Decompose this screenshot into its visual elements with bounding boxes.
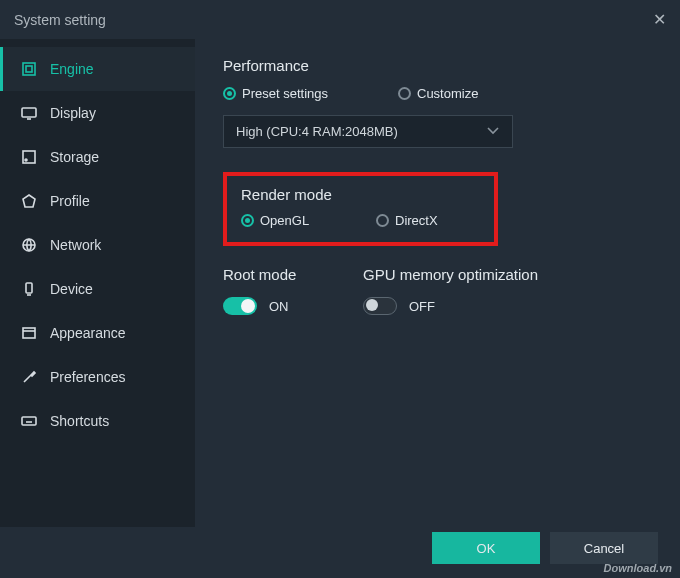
content-panel: Performance Preset settings Customize Hi… [195, 39, 680, 527]
sidebar-item-label: Display [50, 105, 96, 121]
storage-icon [20, 149, 38, 165]
radio-icon [398, 87, 411, 100]
sidebar-item-network[interactable]: Network [0, 223, 195, 267]
footer-buttons: OK Cancel [432, 532, 658, 564]
watermark: Download.vn [604, 562, 672, 574]
sidebar-item-label: Storage [50, 149, 99, 165]
performance-title: Performance [223, 57, 652, 74]
ok-button[interactable]: OK [432, 532, 540, 564]
display-icon [20, 105, 38, 121]
preferences-icon [20, 369, 38, 385]
profile-icon [20, 193, 38, 209]
svg-point-5 [25, 159, 27, 161]
radio-icon [241, 214, 254, 227]
sidebar-item-display[interactable]: Display [0, 91, 195, 135]
render-mode-highlight: Render mode OpenGL DirectX [223, 172, 498, 246]
sidebar-item-engine[interactable]: Engine [0, 47, 195, 91]
opengl-radio[interactable]: OpenGL [241, 213, 376, 228]
appearance-icon [20, 325, 38, 341]
toggle-state-label: ON [269, 299, 289, 314]
svg-rect-11 [22, 417, 36, 425]
preset-settings-radio[interactable]: Preset settings [223, 86, 328, 101]
device-icon [20, 281, 38, 297]
gpu-optimization-title: GPU memory optimization [363, 266, 563, 283]
sidebar-item-label: Device [50, 281, 93, 297]
select-value: High (CPU:4 RAM:2048MB) [236, 124, 398, 139]
svg-rect-7 [26, 283, 32, 293]
cancel-button[interactable]: Cancel [550, 532, 658, 564]
svg-rect-9 [23, 328, 35, 338]
sidebar-item-profile[interactable]: Profile [0, 179, 195, 223]
network-icon [20, 237, 38, 253]
sidebar-item-label: Preferences [50, 369, 125, 385]
radio-label: DirectX [395, 213, 438, 228]
root-mode-toggle[interactable] [223, 297, 257, 315]
render-mode-title: Render mode [241, 186, 480, 203]
sidebar-item-preferences[interactable]: Preferences [0, 355, 195, 399]
shortcuts-icon [20, 413, 38, 429]
sidebar-item-label: Network [50, 237, 101, 253]
sidebar-item-shortcuts[interactable]: Shortcuts [0, 399, 195, 443]
radio-icon [376, 214, 389, 227]
svg-rect-2 [22, 108, 36, 117]
gpu-optimization-toggle[interactable] [363, 297, 397, 315]
chevron-down-icon [486, 124, 500, 139]
radio-label: OpenGL [260, 213, 309, 228]
window-title: System setting [14, 12, 106, 28]
sidebar-item-device[interactable]: Device [0, 267, 195, 311]
titlebar: System setting ✕ [0, 0, 680, 39]
engine-icon [20, 61, 38, 77]
sidebar-item-storage[interactable]: Storage [0, 135, 195, 179]
close-icon[interactable]: ✕ [653, 10, 666, 29]
sidebar: Engine Display Storage Profile [0, 39, 195, 527]
svg-rect-1 [26, 66, 32, 72]
root-mode-title: Root mode [223, 266, 363, 283]
toggle-knob [241, 299, 255, 313]
customize-radio[interactable]: Customize [398, 86, 478, 101]
sidebar-item-label: Profile [50, 193, 90, 209]
radio-label: Preset settings [242, 86, 328, 101]
button-label: Cancel [584, 541, 624, 556]
sidebar-item-label: Shortcuts [50, 413, 109, 429]
sidebar-item-appearance[interactable]: Appearance [0, 311, 195, 355]
toggle-state-label: OFF [409, 299, 435, 314]
radio-label: Customize [417, 86, 478, 101]
toggle-knob [366, 299, 378, 311]
svg-rect-0 [23, 63, 35, 75]
sidebar-item-label: Appearance [50, 325, 126, 341]
directx-radio[interactable]: DirectX [376, 213, 438, 228]
sidebar-item-label: Engine [50, 61, 94, 77]
button-label: OK [477, 541, 496, 556]
performance-preset-select[interactable]: High (CPU:4 RAM:2048MB) [223, 115, 513, 148]
radio-icon [223, 87, 236, 100]
